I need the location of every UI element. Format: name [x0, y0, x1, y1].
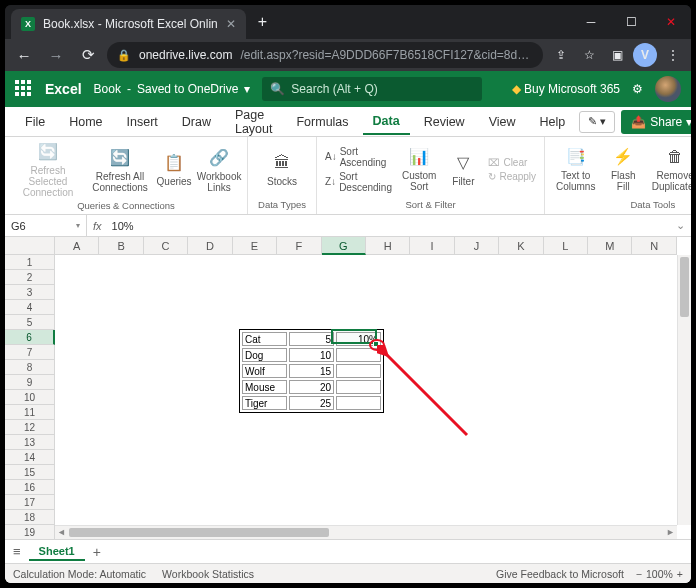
scroll-left-icon[interactable]: ◄	[57, 527, 66, 537]
column-header[interactable]: L	[544, 237, 588, 255]
editing-mode-dropdown[interactable]: ✎ ▾	[579, 111, 615, 133]
user-avatar[interactable]	[655, 76, 681, 102]
spreadsheet-grid[interactable]: ABCDEFGHIJKLMN 1234567891011121314151617…	[5, 237, 691, 539]
menu-icon[interactable]: ⋮	[661, 43, 685, 67]
ribbon-tab-formulas[interactable]: Formulas	[286, 110, 358, 134]
cell[interactable]	[336, 380, 381, 394]
row-header[interactable]: 4	[5, 300, 55, 315]
ribbon-tab-data[interactable]: Data	[363, 109, 410, 135]
settings-icon[interactable]: ⚙	[632, 82, 643, 96]
profile-avatar[interactable]: V	[633, 43, 657, 67]
doc-title[interactable]: Book - Saved to OneDrive ▾	[94, 82, 251, 96]
close-window-icon[interactable]: ✕	[651, 15, 691, 29]
row-header[interactable]: 11	[5, 405, 55, 420]
row-header[interactable]: 5	[5, 315, 55, 330]
ribbon-tab-insert[interactable]: Insert	[117, 110, 168, 134]
column-header[interactable]: H	[366, 237, 410, 255]
workbook-stats-label[interactable]: Workbook Statistics	[162, 568, 254, 580]
app-launcher-icon[interactable]	[15, 80, 33, 98]
row-header[interactable]: 9	[5, 375, 55, 390]
horizontal-scrollbar[interactable]: ◄►	[55, 525, 677, 539]
ribbon-tab-review[interactable]: Review	[414, 110, 475, 134]
ribbon-tab-view[interactable]: View	[479, 110, 526, 134]
back-icon[interactable]: ←	[11, 42, 37, 68]
row-header[interactable]: 3	[5, 285, 55, 300]
select-all-corner[interactable]	[5, 237, 55, 255]
text-to-columns-button[interactable]: 📑Text to Columns	[551, 144, 600, 194]
scrollbar-thumb[interactable]	[680, 257, 689, 317]
close-tab-icon[interactable]: ✕	[226, 17, 236, 31]
column-header[interactable]: A	[55, 237, 99, 255]
zoom-in-button[interactable]: +	[677, 568, 683, 580]
feedback-link[interactable]: Give Feedback to Microsoft	[496, 568, 624, 580]
sort-asc-button[interactable]: A↓Sort Ascending	[323, 145, 394, 169]
row-header[interactable]: 15	[5, 465, 55, 480]
fx-label[interactable]: fx	[87, 220, 108, 232]
queries-button[interactable]: 📋Queries	[155, 150, 193, 189]
row-header[interactable]: 14	[5, 450, 55, 465]
extension-icon[interactable]: ▣	[605, 43, 629, 67]
column-header[interactable]: K	[499, 237, 543, 255]
cell[interactable]: Tiger	[242, 396, 287, 410]
cell[interactable]: 25	[289, 396, 334, 410]
ribbon-tab-page-layout[interactable]: Page Layout	[225, 103, 283, 141]
column-header[interactable]: G	[322, 237, 366, 255]
url-bar[interactable]: 🔒 onedrive.live.com/edit.aspx?resid=A9DD…	[107, 42, 543, 68]
sheet-tab[interactable]: Sheet1	[29, 543, 85, 561]
column-header[interactable]: J	[455, 237, 499, 255]
reload-icon[interactable]: ⟳	[75, 42, 101, 68]
column-header[interactable]: N	[632, 237, 676, 255]
stocks-button[interactable]: 🏛Stocks	[254, 150, 310, 189]
vertical-scrollbar[interactable]	[677, 255, 691, 525]
flash-fill-button[interactable]: ⚡Flash Fill	[604, 144, 642, 194]
workbook-links-button[interactable]: 🔗Workbook Links	[197, 145, 241, 195]
row-header[interactable]: 16	[5, 480, 55, 495]
maximize-icon[interactable]: ☐	[611, 15, 651, 29]
zoom-level[interactable]: 100%	[646, 568, 673, 580]
row-header[interactable]: 12	[5, 420, 55, 435]
refresh-all-button[interactable]: 🔄Refresh All Connections	[89, 145, 151, 195]
column-header[interactable]: C	[144, 237, 188, 255]
filter-button[interactable]: ▽Filter	[444, 150, 482, 189]
cell[interactable]: 15	[289, 364, 334, 378]
cell[interactable]: Wolf	[242, 364, 287, 378]
cell[interactable]	[336, 396, 381, 410]
row-header[interactable]: 8	[5, 360, 55, 375]
sort-desc-button[interactable]: Z↓Sort Descending	[323, 170, 394, 194]
scroll-right-icon[interactable]: ►	[666, 527, 675, 537]
all-sheets-icon[interactable]: ≡	[13, 544, 21, 559]
column-header[interactable]: D	[188, 237, 232, 255]
bookmark-icon[interactable]: ☆	[577, 43, 601, 67]
share-button[interactable]: 📤 Share ▾	[621, 110, 691, 134]
row-header[interactable]: 13	[5, 435, 55, 450]
cell[interactable]: 10	[289, 348, 334, 362]
cell[interactable]: Mouse	[242, 380, 287, 394]
add-sheet-button[interactable]: +	[93, 544, 101, 560]
calc-mode-label[interactable]: Calculation Mode: Automatic	[13, 568, 146, 580]
row-header[interactable]: 17	[5, 495, 55, 510]
row-header[interactable]: 1	[5, 255, 55, 270]
row-header[interactable]: 10	[5, 390, 55, 405]
cell[interactable]: Cat	[242, 332, 287, 346]
row-header[interactable]: 2	[5, 270, 55, 285]
expand-formula-icon[interactable]: ⌄	[670, 219, 691, 232]
ribbon-tab-draw[interactable]: Draw	[172, 110, 221, 134]
cell[interactable]	[336, 364, 381, 378]
name-box[interactable]: G6▾	[5, 215, 87, 236]
new-tab-button[interactable]: +	[258, 13, 267, 31]
ribbon-tab-file[interactable]: File	[15, 110, 55, 134]
cell[interactable]: Dog	[242, 348, 287, 362]
ribbon-tab-home[interactable]: Home	[59, 110, 112, 134]
browser-tab[interactable]: X Book.xlsx - Microsoft Excel Onlin ✕	[11, 9, 246, 39]
minimize-icon[interactable]: ─	[571, 15, 611, 29]
search-input[interactable]: 🔍 Search (Alt + Q)	[262, 77, 482, 101]
row-header[interactable]: 18	[5, 510, 55, 525]
scrollbar-thumb[interactable]	[69, 528, 329, 537]
column-header[interactable]: E	[233, 237, 277, 255]
zoom-out-button[interactable]: −	[636, 568, 642, 580]
share-icon[interactable]: ⇪	[549, 43, 573, 67]
ribbon-tab-help[interactable]: Help	[530, 110, 576, 134]
column-header[interactable]: M	[588, 237, 632, 255]
row-header[interactable]: 6	[5, 330, 55, 345]
column-header[interactable]: B	[99, 237, 143, 255]
